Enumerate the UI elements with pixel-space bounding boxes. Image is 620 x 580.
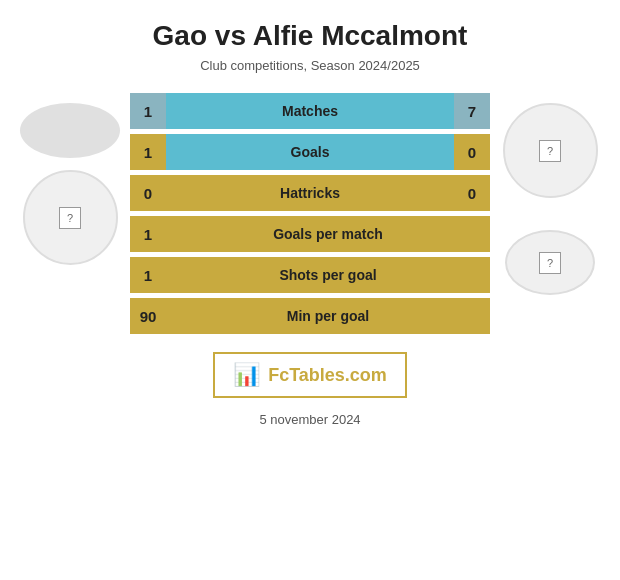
stat-left-goals-per-match: 1 (130, 216, 166, 252)
logo-icon: 📊 (233, 362, 260, 388)
comparison-area: ? 1 Matches 7 1 Goals 0 0 Hattricks 0 (10, 93, 610, 334)
player-left-ellipse (20, 103, 120, 158)
stat-row-matches: 1 Matches 7 (130, 93, 490, 129)
stat-left-matches: 1 (130, 93, 166, 129)
stat-label-shots-per-goal: Shots per goal (166, 257, 490, 293)
player-right-question-top: ? (539, 140, 561, 162)
logo-box: 📊 FcTables.com (213, 352, 407, 398)
page-subtitle: Club competitions, Season 2024/2025 (200, 58, 420, 73)
stat-right-hattricks: 0 (454, 175, 490, 211)
stat-label-hattricks: Hattricks (166, 175, 454, 211)
stat-label-goals: Goals (166, 134, 454, 170)
stat-label-min-per-goal: Min per goal (166, 298, 490, 334)
stat-row-hattricks: 0 Hattricks 0 (130, 175, 490, 211)
logo-text: FcTables.com (268, 365, 387, 386)
stat-left-hattricks: 0 (130, 175, 166, 211)
stat-row-min-per-goal: 90 Min per goal (130, 298, 490, 334)
page-title: Gao vs Alfie Mccalmont (153, 20, 468, 52)
stat-row-goals-per-match: 1 Goals per match (130, 216, 490, 252)
stat-row-shots-per-goal: 1 Shots per goal (130, 257, 490, 293)
stat-left-min-per-goal: 90 (130, 298, 166, 334)
stat-left-goals: 1 (130, 134, 166, 170)
player-right: ? ? (490, 93, 610, 295)
stat-label-matches: Matches (166, 93, 454, 129)
player-right-question-bottom: ? (539, 252, 561, 274)
stat-label-goals-per-match: Goals per match (166, 216, 490, 252)
stats-area: 1 Matches 7 1 Goals 0 0 Hattricks 0 1 Go… (130, 93, 490, 334)
stat-row-goals: 1 Goals 0 (130, 134, 490, 170)
page: Gao vs Alfie Mccalmont Club competitions… (0, 0, 620, 580)
player-left-question: ? (59, 207, 81, 229)
stat-left-shots-per-goal: 1 (130, 257, 166, 293)
player-right-avatar-top: ? (503, 103, 598, 198)
stat-right-goals: 0 (454, 134, 490, 170)
logo-area[interactable]: 📊 FcTables.com (213, 352, 407, 398)
player-right-avatar-bottom: ? (505, 230, 595, 295)
date-label: 5 november 2024 (259, 412, 360, 427)
player-left: ? (10, 93, 130, 277)
player-left-avatar: ? (23, 170, 118, 265)
stat-right-matches: 7 (454, 93, 490, 129)
